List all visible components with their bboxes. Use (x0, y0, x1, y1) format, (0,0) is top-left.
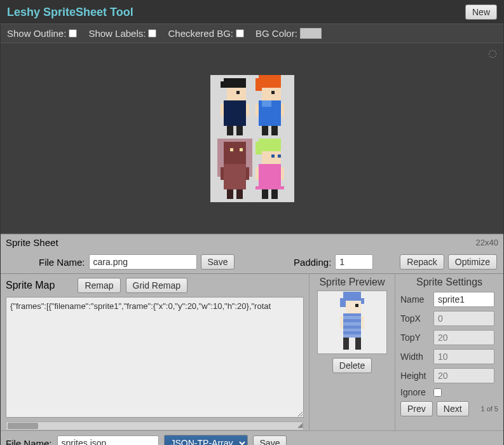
topx-field-label: TopX (400, 313, 430, 324)
spritesheet-label: Sprite Sheet (6, 237, 58, 248)
remap-button[interactable]: Remap (78, 278, 120, 293)
show-outline-text: Show Outline: (7, 28, 66, 39)
export-format-select[interactable]: JSON-TP-Array (164, 435, 248, 445)
padding-input[interactable] (335, 254, 373, 270)
svg-rect-17 (281, 104, 284, 116)
sprite-preview-image (333, 292, 371, 353)
svg-rect-19 (271, 126, 278, 135)
svg-rect-15 (262, 100, 271, 107)
svg-rect-38 (262, 189, 268, 199)
optimize-button[interactable]: Optimize (448, 254, 497, 270)
svg-rect-11 (255, 78, 262, 91)
svg-rect-54 (361, 316, 364, 328)
padding-label: Padding: (294, 257, 331, 268)
spritesheet-image[interactable] (210, 75, 294, 202)
svg-rect-46 (343, 316, 362, 319)
spritesheet-save-button[interactable]: Save (201, 254, 235, 270)
sprite-map-header: Sprite Map Remap Grid Remap (6, 277, 304, 297)
svg-rect-22 (230, 148, 233, 151)
export-save-button[interactable]: Save (253, 435, 287, 445)
loading-icon: ◌ (488, 47, 497, 59)
ignore-checkbox[interactable] (433, 388, 442, 397)
svg-rect-48 (343, 322, 362, 325)
svg-rect-35 (255, 186, 284, 189)
svg-rect-4 (236, 91, 240, 94)
width-input[interactable] (433, 349, 494, 364)
svg-rect-39 (271, 189, 278, 199)
show-labels-label: Show Labels: (88, 28, 156, 39)
sprite-preview-box (317, 291, 387, 354)
svg-rect-10 (259, 75, 281, 88)
spritesheet-filename-input[interactable] (89, 254, 197, 270)
grid-remap-button[interactable]: Grid Remap (126, 278, 187, 293)
svg-rect-8 (227, 126, 233, 135)
svg-rect-23 (240, 148, 243, 151)
svg-rect-27 (227, 189, 233, 199)
app-window: Leshy SpriteSheet Tool New Show Outline:… (0, 0, 504, 445)
svg-rect-44 (355, 304, 358, 307)
svg-rect-13 (271, 91, 275, 94)
svg-rect-32 (271, 154, 275, 158)
export-filename-label: File Name: (6, 438, 52, 446)
sprite-count: 1 of 5 (480, 405, 498, 413)
svg-rect-52 (343, 334, 362, 338)
bg-color-text: BG Color: (255, 28, 297, 39)
svg-rect-25 (221, 167, 224, 180)
spritesheet-filename-label: File Name: (39, 257, 85, 268)
view-toolbar: Show Outline: Show Labels: Checkered BG:… (1, 24, 503, 43)
lower-panels: Sprite Map Remap Grid Remap {"frames":[{… (1, 274, 503, 430)
sprite-map-textarea[interactable]: {"frames":[{"filename":"sprite1","frame"… (6, 297, 304, 418)
ignore-field-label: Ignore (400, 387, 430, 397)
spritesheet-header: Sprite Sheet 22x40 (1, 234, 503, 250)
svg-rect-21 (224, 142, 246, 164)
canvas-area[interactable]: ◌ (1, 43, 503, 234)
svg-rect-47 (343, 319, 362, 322)
topy-input[interactable] (433, 330, 494, 345)
title-bar: Leshy SpriteSheet Tool New (1, 1, 503, 24)
svg-rect-24 (224, 164, 246, 189)
sprite-settings-panel: Sprite Settings Name TopX TopY Width Hei… (395, 274, 503, 430)
svg-rect-29 (259, 139, 281, 151)
svg-rect-41 (340, 298, 346, 307)
show-outline-checkbox[interactable] (69, 29, 77, 38)
sprite-name-input[interactable] (433, 292, 494, 307)
svg-rect-55 (343, 338, 350, 350)
svg-rect-2 (221, 81, 227, 88)
export-filename-input[interactable] (57, 435, 159, 445)
name-field-label: Name (400, 294, 430, 305)
svg-rect-49 (343, 325, 362, 329)
sprite-map-panel: Sprite Map Remap Grid Remap {"frames":[{… (1, 274, 310, 430)
sprite-map-scrollbar[interactable]: ◢ (6, 421, 304, 430)
resize-grip-icon[interactable]: ◢ (297, 421, 303, 429)
checkered-bg-label: Checkered BG: (168, 28, 244, 39)
height-input[interactable] (433, 368, 494, 383)
svg-rect-53 (340, 316, 343, 328)
height-field-label: Height (400, 371, 430, 381)
sprite-preview-label: Sprite Preview (313, 277, 391, 288)
svg-rect-37 (281, 167, 284, 180)
svg-rect-51 (343, 331, 362, 334)
svg-rect-33 (278, 154, 281, 158)
delete-sprite-button[interactable]: Delete (332, 358, 372, 373)
show-outline-label: Show Outline: (7, 28, 77, 39)
next-sprite-button[interactable]: Next (437, 401, 469, 416)
topx-input[interactable] (433, 311, 494, 326)
repack-button[interactable]: Repack (400, 254, 444, 270)
bg-color-label: BG Color: (255, 28, 322, 39)
svg-rect-45 (343, 313, 362, 317)
svg-rect-34 (259, 164, 281, 186)
svg-rect-5 (224, 100, 246, 126)
svg-rect-56 (355, 338, 362, 350)
export-row: File Name: JSON-TP-Array Save (1, 430, 503, 445)
new-button[interactable]: New (465, 4, 497, 20)
svg-rect-1 (224, 78, 246, 88)
svg-rect-50 (343, 329, 362, 332)
sprite-preview-panel: Sprite Preview (310, 274, 395, 430)
topy-field-label: TopY (400, 332, 430, 343)
prev-sprite-button[interactable]: Prev (400, 401, 433, 416)
scrollbar-thumb[interactable] (8, 423, 38, 429)
sprite-settings-label: Sprite Settings (400, 277, 498, 288)
bg-color-swatch[interactable] (300, 28, 322, 39)
show-labels-checkbox[interactable] (148, 29, 156, 38)
checkered-bg-checkbox[interactable] (236, 29, 244, 38)
